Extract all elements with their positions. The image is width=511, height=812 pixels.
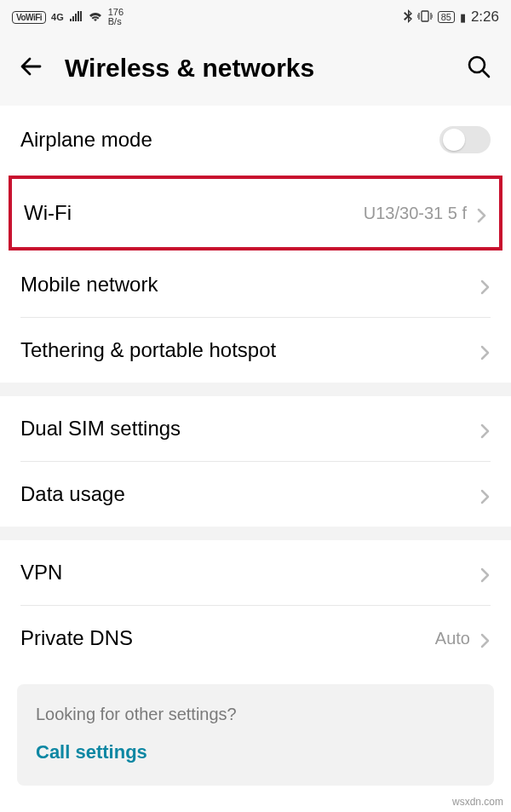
section-vpn-dns: VPN Private DNS Auto [0,540,511,671]
row-private-dns[interactable]: Private DNS Auto [0,606,511,671]
highlight-wifi: Wi-Fi U13/30-31 5 f [9,176,502,251]
section-connectivity: Airplane mode Wi-Fi U13/30-31 5 f Mobile… [0,106,511,383]
battery-icon: ▮ [460,11,466,24]
row-label: Tethering & portable hotspot [20,338,276,362]
bluetooth-icon [404,9,412,26]
status-left: VoWiFi 4G 176 B/s [12,8,123,26]
row-label: Data usage [20,482,125,506]
call-settings-link[interactable]: Call settings [36,741,475,763]
status-right: 85 ▮ 2:26 [404,9,499,26]
airplane-toggle[interactable] [439,126,491,153]
row-label: Private DNS [20,626,133,650]
chevron-right-icon [475,207,487,219]
watermark: wsxdn.com [450,795,506,809]
arrow-left-icon [18,53,45,84]
row-label: Mobile network [20,273,158,297]
chevron-right-icon [479,279,491,291]
wifi-value: U13/30-31 5 f [364,204,467,223]
page-header: Wireless & networks [0,34,511,106]
status-bar: VoWiFi 4G 176 B/s 85 ▮ 2:26 [0,0,511,34]
chevron-right-icon [479,344,491,356]
vowifi-badge: VoWiFi [12,11,46,24]
search-icon [466,54,491,83]
row-label: VPN [20,561,62,585]
row-dual-sim[interactable]: Dual SIM settings [0,396,511,461]
row-label: Dual SIM settings [20,417,181,441]
page-title: Wireless & networks [65,54,445,83]
back-button[interactable] [17,54,46,83]
row-data-usage[interactable]: Data usage [0,462,511,527]
row-airplane-mode[interactable]: Airplane mode [0,106,511,174]
toggle-knob [443,129,465,151]
clock: 2:26 [471,9,499,26]
row-tethering[interactable]: Tethering & portable hotspot [0,318,511,383]
section-gap [0,527,511,540]
search-button[interactable] [463,53,494,84]
row-label: Wi-Fi [24,201,72,225]
vibrate-icon [417,10,433,25]
row-mobile-network[interactable]: Mobile network [0,252,511,317]
section-gap [0,383,511,396]
chevron-right-icon [479,632,491,644]
row-label: Airplane mode [20,128,152,152]
row-vpn[interactable]: VPN [0,540,511,605]
section-sim-data: Dual SIM settings Data usage [0,396,511,527]
data-rate: 176 B/s [108,8,123,26]
battery-level: 85 [438,11,455,23]
signal-icon [69,10,83,25]
chevron-right-icon [479,423,491,435]
svg-rect-0 [422,11,428,21]
private-dns-value: Auto [435,629,470,648]
network-type: 4G [51,12,64,22]
other-settings-card: Looking for other settings? Call setting… [17,684,494,786]
row-wifi[interactable]: Wi-Fi U13/30-31 5 f [12,179,499,247]
footer-prompt: Looking for other settings? [36,705,475,724]
chevron-right-icon [479,567,491,579]
chevron-right-icon [479,488,491,500]
wifi-icon [88,10,103,25]
